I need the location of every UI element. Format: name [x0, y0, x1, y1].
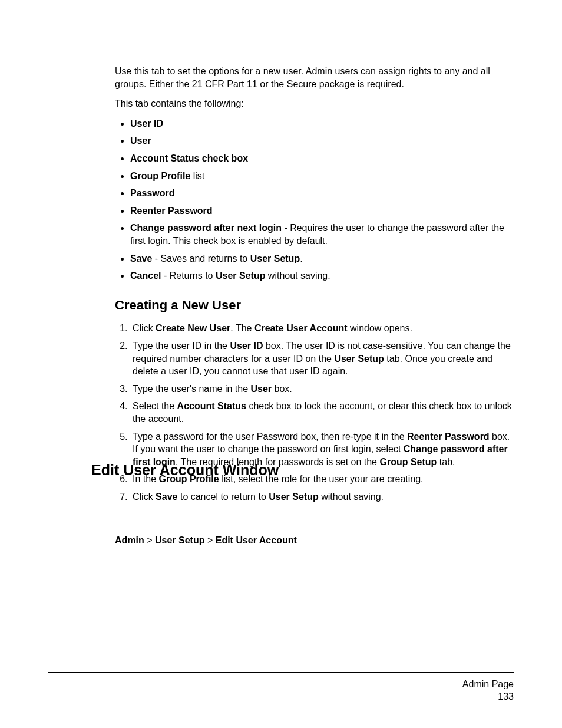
list-item: Group Profile list	[130, 170, 514, 183]
bullet-user-id: User ID	[130, 118, 163, 129]
list-item: Select the Account Status check box to l…	[130, 400, 514, 425]
step4-b: Account Status	[177, 401, 246, 411]
step1-d: Create User Account	[254, 323, 348, 333]
step7-e: without saving.	[319, 492, 384, 502]
breadcrumb-admin: Admin	[115, 535, 144, 545]
list-item: Change password after next login - Requi…	[130, 222, 514, 247]
step1-c: . The	[230, 323, 254, 333]
bullet-reenter-password: Reenter Password	[130, 206, 213, 216]
intro-paragraph-1: Use this tab to set the options for a ne…	[115, 65, 514, 90]
bullet-save-mid: - Saves and returns to	[152, 253, 250, 263]
breadcrumb-sep1: >	[144, 535, 155, 545]
step3-c: box.	[272, 384, 292, 394]
breadcrumb-user-setup: User Setup	[155, 535, 204, 545]
heading-edit-user-account-window: Edit User Account Window	[91, 462, 279, 479]
bullet-cancel-target: User Setup	[216, 271, 265, 281]
field-bullet-list: User ID User Account Status check box Gr…	[115, 117, 514, 282]
step5-a: Type a password for the user Password bo…	[133, 431, 407, 442]
list-item: User	[130, 134, 514, 147]
step7-c: to cancel to return to	[177, 492, 269, 502]
bullet-account-status: Account Status check box	[130, 153, 248, 163]
list-item: Save - Saves and returns to User Setup.	[130, 252, 514, 265]
bullet-save-end: .	[300, 253, 302, 263]
step2-b: User ID	[230, 341, 263, 351]
step5-g: tab.	[437, 457, 455, 467]
breadcrumb: Admin > User Setup > Edit User Account	[115, 534, 514, 547]
bullet-save: Save	[130, 253, 152, 263]
bullet-password: Password	[130, 188, 175, 198]
document-page: Use this tab to set the options for a ne…	[0, 0, 562, 728]
step3-a: Type the user's name in the	[133, 384, 251, 394]
step4-a: Select the	[133, 401, 177, 411]
bullet-save-target: User Setup	[250, 253, 300, 263]
list-item: Type the user ID in the User ID box. The…	[130, 340, 514, 378]
footer-label: Admin Page	[48, 678, 514, 691]
step3-b: User	[251, 384, 272, 394]
breadcrumb-edit-user-account: Edit User Account	[216, 535, 297, 545]
intro-paragraph-2: This tab contains the following:	[115, 97, 514, 110]
page-footer: Admin Page 133	[48, 672, 514, 703]
list-item: User ID	[130, 117, 514, 130]
list-item: Click Save to cancel to return to User S…	[130, 490, 514, 503]
bullet-group-profile-rest: list	[190, 171, 204, 181]
subheading-creating-new-user: Creating a New User	[115, 297, 514, 314]
step1-e: window opens.	[348, 323, 412, 333]
bullet-group-profile: Group Profile	[130, 171, 190, 181]
breadcrumb-sep2: >	[204, 535, 215, 545]
bullet-user: User	[130, 136, 151, 146]
list-item: Type the user's name in the User box.	[130, 383, 514, 396]
footer-page-number: 133	[48, 691, 514, 703]
list-item: Account Status check box	[130, 152, 514, 165]
bullet-cancel-end: without saving.	[265, 271, 330, 281]
list-item: Cancel - Returns to User Setup without s…	[130, 269, 514, 282]
step1-a: Click	[133, 323, 156, 333]
step2-a: Type the user ID in the	[133, 341, 230, 351]
bullet-change-password: Change password after next login	[130, 223, 282, 233]
step1-b: Create New User	[156, 323, 230, 333]
step5-b: Reenter Password	[407, 431, 490, 442]
list-item: Reenter Password	[130, 205, 514, 218]
step7-b: Save	[156, 492, 177, 502]
step2-d: User Setup	[334, 354, 384, 364]
list-item: Password	[130, 187, 514, 200]
step5-f: Group Setup	[379, 457, 437, 467]
step7-a: Click	[133, 492, 156, 502]
bullet-cancel: Cancel	[130, 271, 161, 281]
bullet-cancel-mid: - Returns to	[161, 271, 215, 281]
step7-d: User Setup	[269, 492, 318, 502]
list-item: Click Create New User. The Create User A…	[130, 322, 514, 335]
